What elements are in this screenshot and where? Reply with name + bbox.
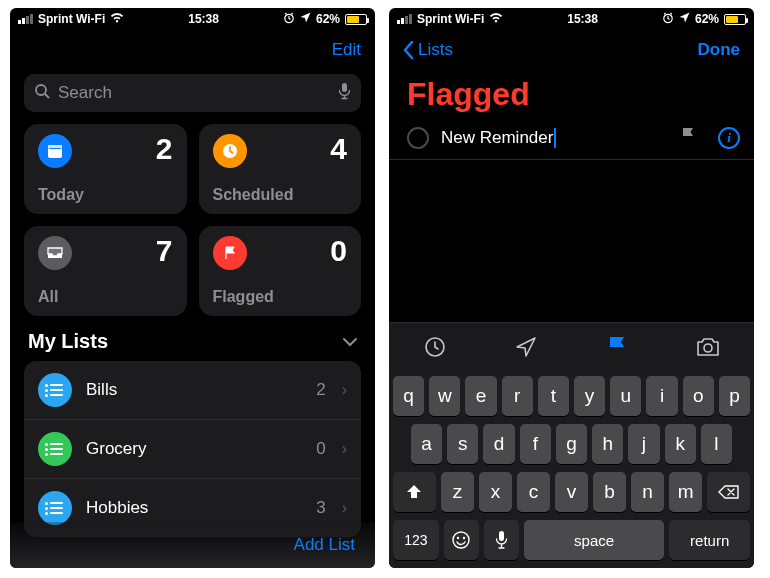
search-input[interactable] — [58, 83, 330, 103]
keyboard-row-3: z x c v b n m — [393, 472, 750, 512]
key-y[interactable]: y — [574, 376, 605, 416]
key-return[interactable]: return — [669, 520, 750, 560]
tile-label: Today — [38, 186, 84, 204]
page-title: Flagged — [389, 70, 754, 121]
key-a[interactable]: a — [411, 424, 442, 464]
svg-point-12 — [463, 537, 465, 539]
tile-count: 7 — [156, 234, 173, 268]
key-d[interactable]: d — [483, 424, 514, 464]
svg-rect-13 — [499, 531, 504, 541]
key-v[interactable]: v — [555, 472, 588, 512]
battery-icon — [345, 14, 367, 25]
key-h[interactable]: h — [592, 424, 623, 464]
key-j[interactable]: j — [628, 424, 659, 464]
search-bar[interactable] — [24, 74, 361, 112]
info-button[interactable]: i — [718, 127, 740, 149]
key-q[interactable]: q — [393, 376, 424, 416]
search-icon — [34, 83, 50, 103]
tile-scheduled[interactable]: 4 Scheduled — [199, 124, 362, 214]
list-count: 3 — [316, 498, 325, 518]
key-emoji[interactable] — [444, 520, 479, 560]
mic-icon[interactable] — [338, 82, 351, 104]
toolbar-flag-icon[interactable] — [572, 323, 663, 370]
key-g[interactable]: g — [556, 424, 587, 464]
location-icon — [300, 12, 311, 26]
bottom-toolbar: Add List — [10, 522, 375, 568]
location-icon — [679, 12, 690, 26]
key-i[interactable]: i — [646, 376, 677, 416]
tile-flagged[interactable]: 0 Flagged — [199, 226, 362, 316]
flag-icon — [213, 236, 247, 270]
status-time: 15:38 — [188, 12, 219, 26]
list-name: Bills — [86, 380, 302, 400]
tile-all[interactable]: 7 All — [24, 226, 187, 316]
complete-toggle[interactable] — [407, 127, 429, 149]
key-shift[interactable] — [393, 472, 436, 512]
alarm-icon — [662, 12, 674, 27]
key-s[interactable]: s — [447, 424, 478, 464]
keyboard: q w e r t y u i o p a s d f g h j k l z — [389, 370, 754, 568]
tile-label: Scheduled — [213, 186, 294, 204]
edit-button[interactable]: Edit — [332, 40, 361, 60]
battery-icon — [724, 14, 746, 25]
keyboard-row-1: q w e r t y u i o p — [393, 376, 750, 416]
list-name: Grocery — [86, 439, 302, 459]
toolbar-camera-icon[interactable] — [663, 323, 754, 370]
tile-count: 0 — [330, 234, 347, 268]
text-cursor — [554, 128, 556, 148]
key-z[interactable]: z — [441, 472, 474, 512]
flag-icon[interactable] — [680, 127, 696, 149]
list-count: 2 — [316, 380, 325, 400]
list-count: 0 — [316, 439, 325, 459]
key-o[interactable]: o — [683, 376, 714, 416]
key-p[interactable]: p — [719, 376, 750, 416]
status-bar: Sprint Wi-Fi 15:38 62% — [10, 8, 375, 30]
tile-today[interactable]: 2 Today — [24, 124, 187, 214]
chevron-right-icon: › — [342, 499, 347, 517]
key-f[interactable]: f — [520, 424, 551, 464]
list-item[interactable]: Grocery 0 › — [24, 420, 361, 479]
key-n[interactable]: n — [631, 472, 664, 512]
my-lists-header[interactable]: My Lists — [10, 330, 375, 361]
tile-label: All — [38, 288, 58, 306]
flagged-list-screen: Sprint Wi-Fi 15:38 62% Lists Done Flagge — [389, 8, 754, 568]
key-b[interactable]: b — [593, 472, 626, 512]
key-w[interactable]: w — [429, 376, 460, 416]
key-r[interactable]: r — [502, 376, 533, 416]
key-k[interactable]: k — [665, 424, 696, 464]
nav-bar: Lists Done — [389, 30, 754, 70]
signal-icon — [397, 14, 412, 24]
toolbar-time-icon[interactable] — [389, 323, 480, 370]
reminders-home-screen: Sprint Wi-Fi 15:38 62% Edit — [10, 8, 375, 568]
add-list-button[interactable]: Add List — [294, 535, 355, 555]
key-l[interactable]: l — [701, 424, 732, 464]
battery-pct: 62% — [316, 12, 340, 26]
tile-label: Flagged — [213, 288, 274, 306]
list-item[interactable]: Bills 2 › — [24, 361, 361, 420]
toolbar-location-icon[interactable] — [480, 323, 571, 370]
chevron-right-icon: › — [342, 381, 347, 399]
wifi-icon — [489, 12, 503, 26]
key-u[interactable]: u — [610, 376, 641, 416]
chevron-right-icon: › — [342, 440, 347, 458]
key-space[interactable]: space — [524, 520, 664, 560]
my-lists: Bills 2 › Grocery 0 › Hobbies 3 › — [24, 361, 361, 537]
reminder-toolbar — [389, 322, 754, 370]
key-c[interactable]: c — [517, 472, 550, 512]
reminder-row[interactable]: New Reminder i — [389, 121, 754, 160]
key-t[interactable]: t — [538, 376, 569, 416]
alarm-icon — [283, 12, 295, 27]
clock-icon — [213, 134, 247, 168]
key-e[interactable]: e — [465, 376, 496, 416]
chevron-down-icon — [343, 333, 357, 351]
svg-point-10 — [453, 532, 469, 548]
done-button[interactable]: Done — [698, 40, 741, 60]
reminder-text-input[interactable]: New Reminder — [441, 128, 668, 148]
back-button[interactable]: Lists — [403, 40, 453, 60]
key-123[interactable]: 123 — [393, 520, 439, 560]
key-m[interactable]: m — [669, 472, 702, 512]
inbox-icon — [38, 236, 72, 270]
key-x[interactable]: x — [479, 472, 512, 512]
key-dictation[interactable] — [484, 520, 519, 560]
key-backspace[interactable] — [707, 472, 750, 512]
